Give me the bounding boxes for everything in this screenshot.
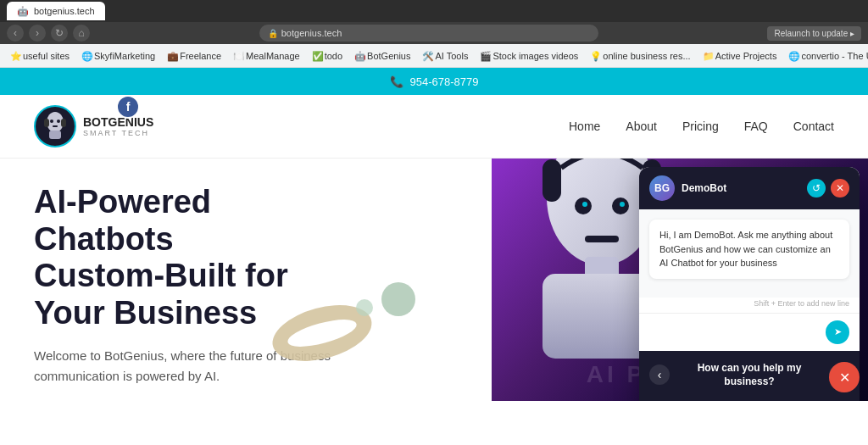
bookmark-label: MealManage [246, 51, 300, 61]
phone-number: 954-678-8779 [410, 75, 479, 88]
nav-links: Home About Pricing FAQ Contact [569, 120, 834, 133]
hero-title-line4: Your Business [34, 295, 257, 331]
bookmark-label: useful sites [23, 51, 70, 61]
browser-tabs: 🤖 botgenius.tech [0, 0, 868, 22]
suggestion-dots [639, 399, 860, 401]
bookmark-label: Active Projects [715, 51, 777, 61]
hero-title-line1: AI-Powered [34, 184, 211, 220]
reload-button[interactable]: ↻ [51, 25, 68, 42]
bookmark-icon: 🌐 [81, 51, 92, 61]
bookmark-convertio[interactable]: 🌐 convertio - The Ulti... [785, 49, 868, 63]
chatbot-header: BG DemoBot ↺ ✕ [639, 167, 860, 209]
facebook-button[interactable]: f [116, 95, 140, 119]
bookmark-aitools[interactable]: 🛠️ AI Tools [419, 49, 471, 63]
svg-rect-9 [542, 159, 561, 202]
bookmark-icon: ⭐ [10, 51, 20, 61]
svg-point-16 [620, 202, 625, 207]
svg-point-6 [57, 120, 60, 123]
ring-small [381, 282, 415, 316]
bookmark-mealmanage[interactable]: 🍽️ MealManage [230, 49, 303, 63]
bookmark-label: Freelance [180, 51, 221, 61]
bookmark-label: convertio - The Ulti... [801, 51, 868, 61]
bookmark-online-biz[interactable]: 💡 online business res... [587, 49, 693, 63]
hero-left: AI-Powered Chatbots Custom-Built for You… [0, 159, 492, 401]
chatbot-close-button[interactable]: ✕ [831, 179, 849, 197]
bookmark-skyfi[interactable]: 🌐 SkyfiMarketing [78, 49, 159, 63]
suggestion-text: How can you help my business? [675, 361, 824, 390]
svg-rect-7 [53, 125, 58, 127]
forward-button[interactable]: › [29, 25, 46, 42]
logo-name: BOTGENIUS [83, 115, 153, 130]
bookmark-icon: 🎬 [480, 51, 490, 61]
browser-chrome: 🤖 botgenius.tech ‹ › ↻ ⌂ 🔒 botgenius.tec… [0, 0, 868, 44]
bookmark-icon: 📁 [703, 51, 713, 61]
chatbot-body: Hi, I am DemoBot. Ask me anything about … [639, 209, 860, 298]
chatbot-widget: BG DemoBot ↺ ✕ Hi, I am DemoBot. Ask me … [639, 167, 860, 401]
bookmark-icon: 🛠️ [422, 51, 432, 61]
chat-message: Hi, I am DemoBot. Ask me anything about … [649, 220, 849, 279]
nav-pricing[interactable]: Pricing [682, 120, 719, 133]
svg-point-15 [582, 202, 587, 207]
home-button[interactable]: ⌂ [73, 25, 90, 42]
bookmarks-bar: ⭐ useful sites 🌐 SkyfiMarketing 💼 Freela… [0, 44, 868, 68]
bottom-close-button[interactable]: ✕ [829, 362, 860, 392]
chevron-left-icon: ‹ [658, 368, 662, 381]
svg-rect-3 [44, 119, 49, 127]
input-hint: Shift + Enter to add new line [639, 298, 860, 313]
bookmark-label: BotGenius [367, 51, 410, 61]
relaunch-button[interactable]: Relaunch to update ▸ [767, 26, 861, 41]
page-wrapper: f 📞 954-678-8779 BOTGENIUS SMART TECH [0, 68, 868, 401]
chatbot-header-left: BG DemoBot [649, 175, 726, 201]
bookmark-icon: 💼 [167, 51, 177, 61]
phone-icon: 📞 [390, 75, 403, 88]
address-bar[interactable]: 🔒 botgenius.tech [259, 25, 598, 42]
nav-about[interactable]: About [626, 120, 657, 133]
chatbot-header-buttons: ↺ ✕ [807, 179, 849, 197]
bookmark-icon: 💡 [590, 51, 600, 61]
bookmark-icon: 🌐 [788, 51, 798, 61]
phone-bar: 📞 954-678-8779 [0, 68, 868, 95]
nav-home[interactable]: Home [569, 120, 600, 133]
logo-sub: SMART TECH [83, 129, 153, 137]
chatbot-avatar: BG [649, 175, 675, 201]
refresh-icon: ↺ [812, 182, 821, 194]
bookmark-label: AI Tools [435, 51, 468, 61]
bookmark-todo[interactable]: ✅ todo [309, 49, 346, 63]
tab-title: botgenius.tech [34, 6, 95, 16]
hero-title-line2: Chatbots [34, 221, 174, 257]
suggestion-prev-button[interactable]: ‹ [649, 364, 670, 385]
svg-point-5 [50, 120, 53, 123]
ring-tiny [356, 299, 373, 316]
nav-contact[interactable]: Contact [793, 120, 834, 133]
url-text: botgenius.tech [281, 28, 342, 38]
logo-text-area: BOTGENIUS SMART TECH [83, 115, 153, 138]
bookmark-botgenius[interactable]: 🤖 BotGenius [351, 49, 414, 63]
active-tab[interactable]: 🤖 botgenius.tech [7, 2, 105, 20]
svg-rect-2 [49, 131, 61, 139]
bookmark-freelance[interactable]: 💼 Freelance [164, 49, 225, 63]
bookmark-label: SkyfiMarketing [94, 51, 155, 61]
bookmark-stock[interactable]: 🎬 Stock images videos [476, 49, 581, 63]
close-icon: ✕ [836, 182, 844, 194]
bookmark-label: online business res... [603, 51, 690, 61]
chatbot-input[interactable] [649, 327, 821, 337]
chatbot-refresh-button[interactable]: ↺ [807, 179, 826, 197]
send-button[interactable]: ➤ [826, 320, 849, 344]
chatbot-title: DemoBot [682, 182, 726, 194]
bookmark-active-projects[interactable]: 📁 Active Projects [699, 49, 781, 63]
send-icon: ➤ [834, 326, 842, 337]
suggestion-area: ‹ How can you help my business? › [639, 351, 860, 400]
chatbot-input-area: ➤ [639, 313, 860, 351]
bookmark-icon: 🤖 [354, 51, 364, 61]
bookmark-icon: ✅ [312, 51, 322, 61]
bookmark-icon: 🍽️ [233, 51, 243, 61]
logo-icon [34, 105, 76, 147]
bookmark-useful-sites[interactable]: ⭐ useful sites [7, 49, 73, 63]
back-button[interactable]: ‹ [7, 25, 24, 42]
hero-title-line3: Custom-Built for [34, 258, 288, 293]
close-icon: ✕ [839, 370, 850, 386]
browser-toolbar: ‹ › ↻ ⌂ 🔒 botgenius.tech Relaunch to upd… [0, 22, 868, 44]
svg-rect-4 [61, 119, 66, 127]
bookmark-label: Stock images videos [492, 51, 578, 61]
nav-faq[interactable]: FAQ [744, 120, 768, 133]
